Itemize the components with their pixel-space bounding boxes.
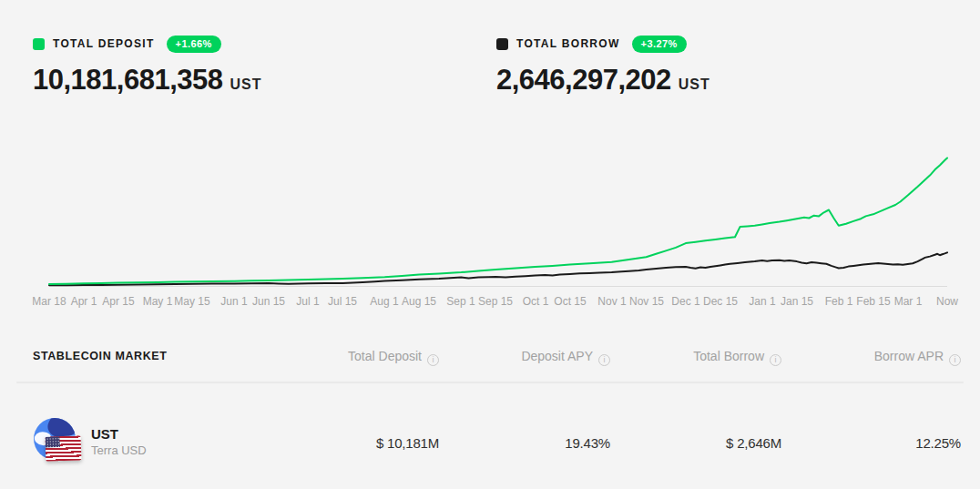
column-header-label: Total Borrow xyxy=(693,349,764,363)
x-axis-tick: Apr 15 xyxy=(102,295,134,308)
market-name: Terra USD xyxy=(91,443,147,457)
total-deposit-unit: UST xyxy=(230,76,262,93)
x-axis-tick: Dec 1 xyxy=(671,295,699,308)
total-deposit-stat: TOTAL DEPOSIT +1.66% 10,181,681,358 UST xyxy=(33,35,262,97)
deposit-change-badge: +1.66% xyxy=(167,36,221,53)
x-axis-tick: Feb 15 xyxy=(856,295,890,308)
x-axis-tick: Now xyxy=(936,295,958,308)
deposit-borrow-line-chart[interactable] xyxy=(0,127,980,296)
anchor-dashboard: TOTAL DEPOSIT +1.66% 10,181,681,358 UST … xyxy=(0,0,980,489)
total-deposit-value: 10,181,681,358 xyxy=(33,64,223,97)
table-header-divider xyxy=(16,382,964,383)
x-axis-tick: Aug 1 xyxy=(370,295,398,308)
column-header-label: Deposit APY xyxy=(521,349,593,363)
total-deposit-line xyxy=(49,158,947,284)
x-axis-tick: Nov 15 xyxy=(629,295,664,308)
x-axis-tick: May 1 xyxy=(143,295,173,308)
ust-market-row[interactable]: UST Terra USD $ 10,181M 19.43% $ 2,646M … xyxy=(0,410,980,474)
column-header-borrow-apr: Borrow APRi xyxy=(806,349,961,366)
total-borrow-stat: TOTAL BORROW +3.27% 2,646,297,202 UST xyxy=(496,35,710,97)
column-header-label: Total Deposit xyxy=(348,349,422,363)
x-axis: Mar 18Apr 1Apr 15May 1May 15Jun 1Jun 15J… xyxy=(0,295,980,310)
borrow-swatch-icon xyxy=(496,38,508,50)
market-symbol: UST xyxy=(91,426,118,442)
cell-borrow-apr: 12.25% xyxy=(806,435,961,451)
borrow-change-badge: +3.27% xyxy=(632,36,687,53)
x-axis-tick: Jan 15 xyxy=(781,295,813,308)
info-icon[interactable]: i xyxy=(427,354,439,366)
column-header-total-borrow: Total Borrowi xyxy=(627,349,781,366)
cell-deposit-apy: 19.43% xyxy=(455,435,610,451)
table-title: STABLECOIN MARKET xyxy=(33,350,167,362)
x-axis-tick: Sep 1 xyxy=(446,295,475,308)
x-axis-tick: Jun 15 xyxy=(252,295,285,308)
x-axis-tick: Apr 1 xyxy=(71,295,97,308)
deposit-swatch-icon xyxy=(33,38,45,50)
x-axis-tick: Jun 1 xyxy=(220,295,247,308)
x-axis-tick: Dec 15 xyxy=(703,295,738,308)
total-borrow-label: TOTAL BORROW xyxy=(516,37,620,50)
info-icon[interactable]: i xyxy=(770,354,781,366)
x-axis-tick: May 15 xyxy=(174,295,209,308)
x-axis-tick: Jul 15 xyxy=(328,295,357,308)
x-axis-tick: Oct 15 xyxy=(554,295,586,308)
x-axis-tick: Jul 1 xyxy=(296,295,319,308)
x-axis-tick: Oct 1 xyxy=(523,295,549,308)
total-borrow-value: 2,646,297,202 xyxy=(496,64,671,97)
ust-coin-icon xyxy=(34,418,79,464)
column-header-deposit-apy: Deposit APYi xyxy=(455,349,610,366)
total-deposit-label: TOTAL DEPOSIT xyxy=(53,37,155,50)
us-flag-icon xyxy=(46,435,82,461)
x-axis-tick: Jan 1 xyxy=(749,295,775,308)
x-axis-tick: Feb 1 xyxy=(825,295,853,308)
x-axis-tick: Mar 1 xyxy=(894,295,923,308)
info-icon[interactable]: i xyxy=(598,354,610,366)
info-icon[interactable]: i xyxy=(949,354,961,366)
x-axis-tick: Mar 18 xyxy=(32,295,66,308)
cell-total-borrow: $ 2,646M xyxy=(627,435,781,451)
x-axis-tick: Sep 15 xyxy=(478,295,513,308)
column-header-total-deposit: Total Depositi xyxy=(284,349,439,366)
x-axis-tick: Aug 15 xyxy=(402,295,436,308)
column-header-label: Borrow APR xyxy=(874,349,944,363)
cell-total-deposit: $ 10,181M xyxy=(284,435,439,451)
x-axis-tick: Nov 1 xyxy=(597,295,626,308)
total-borrow-unit: UST xyxy=(679,76,710,93)
